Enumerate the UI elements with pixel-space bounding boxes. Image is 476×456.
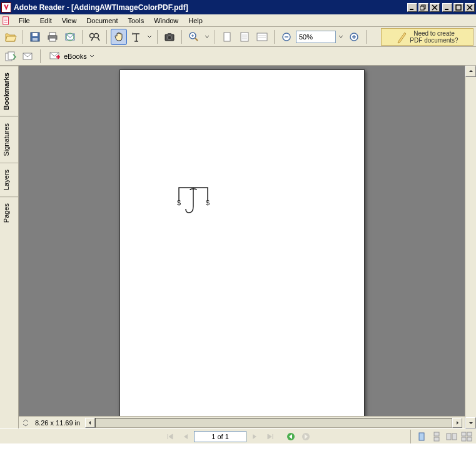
document-viewport[interactable]: $ $	[19, 66, 465, 416]
zoom-in-plus-button[interactable]	[346, 29, 362, 45]
menu-document[interactable]: Document	[81, 16, 123, 26]
svg-rect-33	[419, 433, 424, 440]
window-title: Adobe Reader - [AddingAWTImageColorPDF.p…	[14, 3, 407, 12]
save-button[interactable]	[27, 29, 43, 45]
svg-rect-2	[420, 6, 424, 10]
zoom-input[interactable]	[296, 31, 336, 43]
search-button[interactable]	[86, 29, 103, 45]
minimize-button[interactable]	[442, 3, 452, 12]
svg-rect-7	[33, 33, 38, 36]
select-dropdown[interactable]	[146, 35, 153, 39]
separator	[215, 30, 215, 44]
secondary-toolbar: eBooks	[0, 47, 476, 66]
separator	[410, 430, 411, 443]
tab-pages[interactable]: Pages	[0, 196, 18, 229]
grip-icon[interactable]	[21, 418, 30, 427]
close-button[interactable]	[465, 3, 475, 12]
fit-page-button[interactable]	[236, 29, 253, 45]
last-page-button[interactable]	[263, 430, 276, 443]
first-page-button[interactable]	[164, 430, 178, 443]
mdi-close-button[interactable]	[430, 3, 440, 12]
svg-point-17	[168, 36, 171, 39]
menu-help[interactable]: Help	[183, 16, 208, 26]
next-page-button[interactable]	[248, 430, 261, 443]
svg-rect-8	[33, 38, 38, 41]
hscroll-right-button[interactable]	[452, 418, 462, 428]
menu-file[interactable]: File	[14, 16, 35, 26]
tab-signatures[interactable]: Signatures	[0, 116, 18, 163]
svg-rect-39	[467, 432, 472, 436]
app-icon	[1, 3, 11, 13]
mdi-minimize-button[interactable]	[407, 3, 417, 12]
ebooks-label: eBooks	[64, 53, 87, 60]
page-nav-bar	[0, 428, 476, 443]
svg-rect-22	[257, 33, 267, 41]
print-button[interactable]	[44, 29, 61, 45]
hand-tool-button[interactable]	[111, 29, 127, 45]
menubar: File Edit View Document Tools Window Hel…	[0, 14, 476, 27]
next-view-button[interactable]	[299, 430, 313, 443]
actual-size-button[interactable]	[219, 29, 235, 45]
menu-edit[interactable]: Edit	[35, 16, 57, 26]
tab-bookmarks[interactable]: Bookmarks	[0, 66, 18, 116]
svg-rect-34	[434, 432, 439, 436]
separator	[106, 30, 107, 44]
select-text-button[interactable]	[128, 29, 144, 45]
facing-button[interactable]	[445, 430, 458, 443]
ebooks-button[interactable]: eBooks	[44, 49, 99, 64]
prev-page-button[interactable]	[179, 430, 193, 443]
svg-rect-37	[452, 433, 457, 440]
svg-text:$: $	[176, 199, 180, 206]
maximize-button[interactable]	[453, 3, 463, 12]
zoom-value-dropdown[interactable]	[337, 35, 345, 39]
zoom-out-button[interactable]	[278, 29, 295, 45]
main-toolbar: Need to create PDF documents?	[0, 27, 476, 47]
hscroll-track[interactable]	[95, 418, 452, 428]
separator	[40, 49, 41, 63]
menu-window[interactable]: Window	[149, 16, 183, 26]
status-bar: 8.26 x 11.69 in	[19, 416, 465, 428]
separator	[181, 30, 182, 44]
window-controls	[442, 3, 475, 12]
vscroll-down-button[interactable]	[465, 417, 476, 428]
hscroll-left-button[interactable]	[85, 418, 95, 428]
single-page-button[interactable]	[415, 430, 428, 443]
continuous-button[interactable]	[430, 430, 443, 443]
svg-rect-11	[49, 38, 56, 41]
zoom-in-button[interactable]	[186, 29, 202, 45]
pencil-icon	[396, 30, 407, 44]
svg-point-14	[90, 33, 94, 38]
titlebar: Adobe Reader - [AddingAWTImageColorPDF.p…	[0, 0, 476, 14]
separator	[366, 30, 367, 44]
svg-rect-9	[49, 33, 56, 36]
mdi-restore-button[interactable]	[418, 3, 428, 12]
fit-width-button[interactable]	[254, 29, 270, 45]
page-content-graphic: $ $	[175, 185, 213, 216]
promo-banner[interactable]: Need to create PDF documents?	[381, 28, 473, 46]
review-envelope-button[interactable]	[20, 48, 36, 64]
tab-layers[interactable]: Layers	[0, 163, 18, 196]
prev-view-button[interactable]	[284, 430, 298, 443]
svg-rect-35	[434, 437, 439, 441]
page-dimensions: 8.26 x 11.69 in	[30, 419, 85, 427]
zoom-in-dropdown[interactable]	[203, 35, 211, 39]
document-area: $ $ 8.26 x 11.69 in	[19, 66, 465, 428]
menu-view[interactable]: View	[57, 16, 82, 26]
email-button[interactable]	[62, 29, 78, 45]
open-button[interactable]	[3, 29, 19, 45]
snapshot-button[interactable]	[161, 29, 178, 45]
vscroll-track[interactable]	[465, 77, 476, 417]
ebooks-icon	[49, 51, 61, 62]
separator	[23, 30, 23, 44]
vscroll-up-button[interactable]	[465, 66, 476, 77]
continuous-facing-button[interactable]	[460, 430, 473, 443]
svg-rect-20	[224, 33, 230, 41]
menu-tools[interactable]: Tools	[123, 16, 149, 26]
review-history-button[interactable]	[3, 48, 19, 64]
svg-rect-40	[462, 437, 466, 441]
svg-rect-0	[410, 9, 413, 10]
promo-line2: PDF documents?	[410, 37, 458, 44]
main-area: Bookmarks Signatures Layers Pages $ $ 8.…	[0, 66, 476, 428]
svg-rect-18	[168, 33, 171, 35]
page-number-input[interactable]	[194, 431, 246, 442]
